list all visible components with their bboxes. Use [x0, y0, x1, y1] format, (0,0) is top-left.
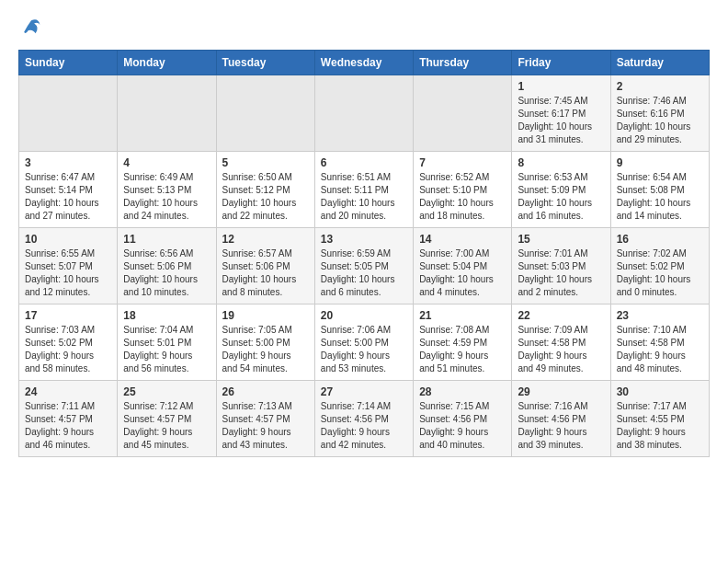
- day-info: Sunrise: 7:45 AM Sunset: 6:17 PM Dayligh…: [518, 95, 604, 146]
- calendar-cell: [414, 75, 512, 152]
- calendar-cell: 8Sunrise: 6:53 AM Sunset: 5:09 PM Daylig…: [512, 152, 610, 228]
- day-number: 6: [321, 156, 407, 169]
- day-number: 4: [123, 156, 210, 169]
- calendar-header: SundayMondayTuesdayWednesdayThursdayFrid…: [19, 51, 710, 75]
- calendar-cell: 13Sunrise: 6:59 AM Sunset: 5:05 PM Dayli…: [314, 228, 413, 304]
- calendar-cell: 5Sunrise: 6:50 AM Sunset: 5:12 PM Daylig…: [216, 152, 314, 228]
- day-info: Sunrise: 7:46 AM Sunset: 6:16 PM Dayligh…: [617, 95, 703, 146]
- day-info: Sunrise: 7:15 AM Sunset: 4:56 PM Dayligh…: [419, 400, 506, 452]
- day-number: 22: [518, 309, 604, 322]
- calendar-cell: [19, 75, 118, 152]
- day-number: 17: [25, 309, 111, 322]
- calendar-cell: [118, 75, 216, 152]
- weekday-header: Saturday: [610, 51, 709, 75]
- day-info: Sunrise: 7:02 AM Sunset: 5:02 PM Dayligh…: [617, 247, 703, 299]
- calendar-cell: 18Sunrise: 7:04 AM Sunset: 5:01 PM Dayli…: [118, 304, 216, 381]
- day-info: Sunrise: 7:09 AM Sunset: 4:58 PM Dayligh…: [518, 324, 604, 375]
- day-number: 10: [25, 233, 111, 246]
- day-number: 11: [123, 233, 210, 246]
- day-number: 24: [25, 385, 111, 398]
- calendar-cell: 7Sunrise: 6:52 AM Sunset: 5:10 PM Daylig…: [414, 152, 512, 228]
- day-info: Sunrise: 6:54 AM Sunset: 5:08 PM Dayligh…: [617, 171, 703, 223]
- calendar-cell: 17Sunrise: 7:03 AM Sunset: 5:02 PM Dayli…: [19, 304, 118, 381]
- weekday-header: Monday: [118, 51, 216, 75]
- day-info: Sunrise: 7:04 AM Sunset: 5:01 PM Dayligh…: [123, 324, 210, 375]
- weekday-header: Thursday: [414, 51, 512, 75]
- calendar-cell: 29Sunrise: 7:16 AM Sunset: 4:56 PM Dayli…: [512, 381, 610, 457]
- header: [18, 15, 710, 40]
- calendar-cell: 30Sunrise: 7:17 AM Sunset: 4:55 PM Dayli…: [610, 381, 709, 457]
- calendar-cell: 21Sunrise: 7:08 AM Sunset: 4:59 PM Dayli…: [414, 304, 512, 381]
- day-info: Sunrise: 6:57 AM Sunset: 5:06 PM Dayligh…: [222, 247, 309, 299]
- calendar-cell: 15Sunrise: 7:01 AM Sunset: 5:03 PM Dayli…: [512, 228, 610, 304]
- page: SundayMondayTuesdayWednesdayThursdayFrid…: [0, 0, 728, 472]
- calendar-cell: 6Sunrise: 6:51 AM Sunset: 5:11 PM Daylig…: [314, 152, 413, 228]
- calendar-cell: 4Sunrise: 6:49 AM Sunset: 5:13 PM Daylig…: [118, 152, 216, 228]
- calendar-cell: 12Sunrise: 6:57 AM Sunset: 5:06 PM Dayli…: [216, 228, 314, 304]
- day-number: 3: [25, 156, 111, 169]
- calendar-week-row: 1Sunrise: 7:45 AM Sunset: 6:17 PM Daylig…: [19, 75, 710, 152]
- calendar-cell: [314, 75, 413, 152]
- weekday-header: Wednesday: [314, 51, 413, 75]
- calendar-week-row: 17Sunrise: 7:03 AM Sunset: 5:02 PM Dayli…: [19, 304, 710, 381]
- calendar-cell: 19Sunrise: 7:05 AM Sunset: 5:00 PM Dayli…: [216, 304, 314, 381]
- day-number: 23: [617, 309, 703, 322]
- calendar-cell: 2Sunrise: 7:46 AM Sunset: 6:16 PM Daylig…: [610, 75, 709, 152]
- calendar-cell: 26Sunrise: 7:13 AM Sunset: 4:57 PM Dayli…: [216, 381, 314, 457]
- calendar-week-row: 10Sunrise: 6:55 AM Sunset: 5:07 PM Dayli…: [19, 228, 710, 304]
- day-info: Sunrise: 7:06 AM Sunset: 5:00 PM Dayligh…: [321, 324, 407, 375]
- day-number: 27: [321, 385, 407, 398]
- day-number: 12: [222, 233, 309, 246]
- day-info: Sunrise: 6:51 AM Sunset: 5:11 PM Dayligh…: [321, 171, 407, 223]
- day-number: 1: [518, 80, 604, 93]
- day-info: Sunrise: 6:52 AM Sunset: 5:10 PM Dayligh…: [419, 171, 506, 223]
- day-info: Sunrise: 6:49 AM Sunset: 5:13 PM Dayligh…: [123, 171, 210, 223]
- calendar-body: 1Sunrise: 7:45 AM Sunset: 6:17 PM Daylig…: [19, 75, 710, 457]
- day-info: Sunrise: 7:11 AM Sunset: 4:57 PM Dayligh…: [25, 400, 111, 452]
- day-info: Sunrise: 7:10 AM Sunset: 4:58 PM Dayligh…: [617, 324, 703, 375]
- day-number: 15: [518, 233, 604, 246]
- day-number: 14: [419, 233, 506, 246]
- calendar-cell: 9Sunrise: 6:54 AM Sunset: 5:08 PM Daylig…: [610, 152, 709, 228]
- weekday-header: Sunday: [19, 51, 118, 75]
- calendar-cell: 23Sunrise: 7:10 AM Sunset: 4:58 PM Dayli…: [610, 304, 709, 381]
- day-number: 26: [222, 385, 309, 398]
- weekday-header: Friday: [512, 51, 610, 75]
- calendar-cell: 27Sunrise: 7:14 AM Sunset: 4:56 PM Dayli…: [314, 381, 413, 457]
- calendar-cell: [216, 75, 314, 152]
- day-number: 28: [419, 385, 506, 398]
- day-number: 13: [321, 233, 407, 246]
- calendar-cell: 11Sunrise: 6:56 AM Sunset: 5:06 PM Dayli…: [118, 228, 216, 304]
- day-number: 21: [419, 309, 506, 322]
- day-info: Sunrise: 7:12 AM Sunset: 4:57 PM Dayligh…: [123, 400, 210, 452]
- calendar-cell: 24Sunrise: 7:11 AM Sunset: 4:57 PM Dayli…: [19, 381, 118, 457]
- day-info: Sunrise: 7:08 AM Sunset: 4:59 PM Dayligh…: [419, 324, 506, 375]
- day-info: Sunrise: 7:00 AM Sunset: 5:04 PM Dayligh…: [419, 247, 506, 299]
- day-number: 9: [617, 156, 703, 169]
- logo: [18, 15, 48, 40]
- day-info: Sunrise: 6:55 AM Sunset: 5:07 PM Dayligh…: [25, 247, 111, 299]
- day-info: Sunrise: 7:13 AM Sunset: 4:57 PM Dayligh…: [222, 400, 309, 452]
- day-number: 7: [419, 156, 506, 169]
- calendar-cell: 20Sunrise: 7:06 AM Sunset: 5:00 PM Dayli…: [314, 304, 413, 381]
- day-info: Sunrise: 6:53 AM Sunset: 5:09 PM Dayligh…: [518, 171, 604, 223]
- day-info: Sunrise: 6:56 AM Sunset: 5:06 PM Dayligh…: [123, 247, 210, 299]
- calendar-cell: 25Sunrise: 7:12 AM Sunset: 4:57 PM Dayli…: [118, 381, 216, 457]
- calendar-week-row: 24Sunrise: 7:11 AM Sunset: 4:57 PM Dayli…: [19, 381, 710, 457]
- calendar-cell: 16Sunrise: 7:02 AM Sunset: 5:02 PM Dayli…: [610, 228, 709, 304]
- day-info: Sunrise: 7:05 AM Sunset: 5:00 PM Dayligh…: [222, 324, 309, 375]
- day-info: Sunrise: 6:47 AM Sunset: 5:14 PM Dayligh…: [25, 171, 111, 223]
- calendar-cell: 1Sunrise: 7:45 AM Sunset: 6:17 PM Daylig…: [512, 75, 610, 152]
- day-number: 2: [617, 80, 703, 93]
- day-info: Sunrise: 7:03 AM Sunset: 5:02 PM Dayligh…: [25, 324, 111, 375]
- day-number: 20: [321, 309, 407, 322]
- calendar-cell: 14Sunrise: 7:00 AM Sunset: 5:04 PM Dayli…: [414, 228, 512, 304]
- day-number: 16: [617, 233, 703, 246]
- day-number: 29: [518, 385, 604, 398]
- day-info: Sunrise: 7:14 AM Sunset: 4:56 PM Dayligh…: [321, 400, 407, 452]
- day-info: Sunrise: 6:50 AM Sunset: 5:12 PM Dayligh…: [222, 171, 309, 223]
- day-info: Sunrise: 7:01 AM Sunset: 5:03 PM Dayligh…: [518, 247, 604, 299]
- calendar-week-row: 3Sunrise: 6:47 AM Sunset: 5:14 PM Daylig…: [19, 152, 710, 228]
- day-number: 19: [222, 309, 309, 322]
- weekday-header: Tuesday: [216, 51, 314, 75]
